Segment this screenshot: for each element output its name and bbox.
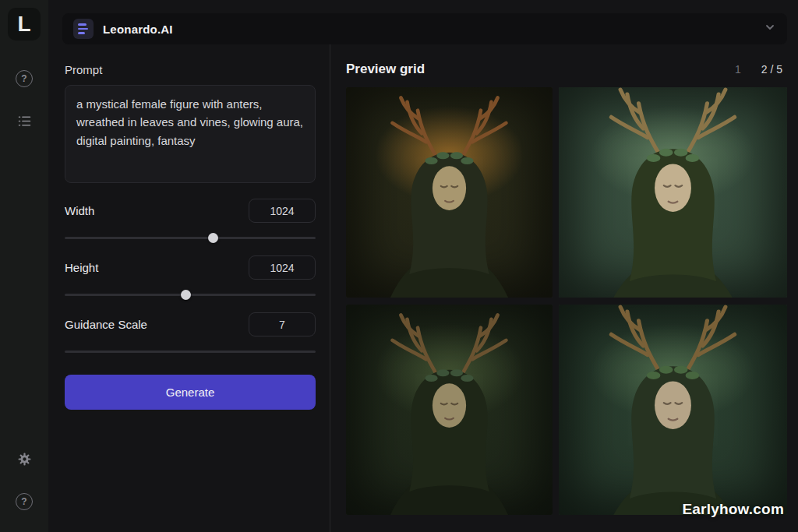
app-root: { "colors": { "accent": "#473fc2", "bran… bbox=[0, 0, 798, 532]
sidebar: L ? ? bbox=[0, 0, 48, 532]
preview-panel: Preview grid 1 2 / 5 Earlyhow.co bbox=[330, 44, 798, 532]
width-label: Width bbox=[65, 204, 94, 217]
sidebar-bottom-icons: ? bbox=[0, 452, 48, 510]
height-slider-handle[interactable] bbox=[181, 290, 191, 300]
chevron-down-icon[interactable] bbox=[764, 21, 776, 37]
sidebar-top-icons: ? bbox=[16, 70, 33, 129]
preview-title: Preview grid bbox=[346, 62, 425, 77]
settings-gear-icon[interactable] bbox=[17, 452, 32, 467]
generate-button[interactable]: Generate bbox=[65, 375, 316, 410]
width-slider[interactable] bbox=[65, 233, 316, 243]
guidance-row: Guidance Scale bbox=[65, 312, 316, 336]
main-area: Leonardo.AI Prompt a mystical female fig… bbox=[48, 0, 798, 532]
prompt-input[interactable]: a mystical female figure with anters, wr… bbox=[65, 85, 316, 183]
preview-grid bbox=[346, 87, 787, 515]
leonardo-brand-icon bbox=[73, 19, 94, 39]
prompt-label: Prompt bbox=[65, 63, 316, 76]
width-row: Width bbox=[65, 199, 316, 223]
guidance-slider-track bbox=[65, 351, 316, 353]
model-selector-bar[interactable]: Leonardo.AI bbox=[62, 13, 787, 44]
guidance-input[interactable] bbox=[249, 312, 316, 336]
preview-image-4[interactable] bbox=[559, 305, 787, 515]
preview-header: Preview grid 1 2 / 5 bbox=[346, 62, 787, 77]
width-slider-track bbox=[65, 237, 316, 239]
width-input[interactable] bbox=[249, 199, 316, 223]
page-count: 2 / 5 bbox=[761, 63, 782, 76]
app-title: Leonardo.AI bbox=[103, 23, 173, 36]
height-label: Height bbox=[65, 261, 98, 274]
guidance-label: Guidance Scale bbox=[65, 318, 147, 331]
height-input[interactable] bbox=[249, 255, 316, 280]
app-logo[interactable]: L bbox=[8, 8, 41, 41]
height-slider[interactable] bbox=[65, 290, 316, 300]
app-logo-letter: L bbox=[17, 13, 30, 35]
preview-image-3[interactable] bbox=[346, 305, 553, 515]
height-row: Height bbox=[65, 255, 316, 280]
preview-image-2[interactable] bbox=[559, 87, 787, 298]
help-icon[interactable]: ? bbox=[16, 70, 33, 87]
list-icon[interactable] bbox=[16, 113, 33, 129]
generation-controls-panel: Prompt a mystical female figure with ant… bbox=[48, 44, 330, 532]
guidance-slider[interactable] bbox=[65, 347, 316, 357]
content: Prompt a mystical female figure with ant… bbox=[48, 44, 798, 532]
watermark: Earlyhow.com bbox=[682, 501, 784, 518]
help-icon-bottom[interactable]: ? bbox=[16, 493, 33, 510]
width-slider-handle[interactable] bbox=[208, 233, 218, 243]
preview-image-1[interactable] bbox=[346, 87, 553, 298]
page-number[interactable]: 1 bbox=[735, 63, 741, 76]
